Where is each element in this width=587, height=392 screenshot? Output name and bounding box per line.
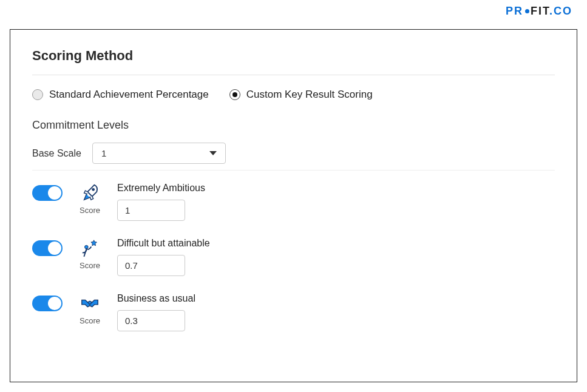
- option-standard-achievement[interactable]: Standard Achievement Percentage: [32, 89, 209, 101]
- toggle-knob-icon: [48, 186, 61, 200]
- commitment-level-row: Score Extremely Ambitious: [32, 183, 555, 221]
- level-toggle[interactable]: [32, 296, 63, 311]
- base-scale-label: Base Scale: [32, 148, 81, 159]
- option-label: Custom Key Result Scoring: [246, 89, 373, 101]
- level-icon-cell: Score: [76, 238, 104, 270]
- level-text: Business as usual: [117, 293, 195, 331]
- scoring-method-panel: Scoring Method Standard Achievement Perc…: [10, 29, 577, 382]
- reaching-star-icon: [79, 238, 101, 259]
- score-label: Score: [80, 316, 100, 325]
- scoring-method-options: Standard Achievement Percentage Custom K…: [32, 89, 555, 101]
- toggle-knob-icon: [48, 242, 61, 255]
- level-text: Difficult but attainable: [117, 238, 210, 276]
- toggle-knob-icon: [48, 297, 61, 310]
- score-input[interactable]: [117, 255, 185, 276]
- divider: [32, 75, 555, 75]
- rocket-icon: [79, 183, 101, 203]
- score-input[interactable]: [117, 200, 185, 221]
- level-title: Difficult but attainable: [117, 238, 210, 249]
- score-input[interactable]: [117, 310, 185, 331]
- option-label: Standard Achievement Percentage: [49, 89, 209, 101]
- level-toggle[interactable]: [32, 240, 63, 256]
- level-toggle[interactable]: [32, 185, 63, 201]
- svg-point-0: [92, 188, 95, 191]
- divider: [32, 170, 555, 171]
- handshake-icon: [79, 293, 101, 314]
- level-title: Extremely Ambitious: [117, 183, 205, 194]
- score-label: Score: [80, 206, 100, 215]
- chevron-down-icon: [209, 151, 217, 155]
- page-title: Scoring Method: [32, 48, 555, 64]
- option-custom-key-result[interactable]: Custom Key Result Scoring: [229, 89, 373, 101]
- level-icon-cell: Score: [76, 183, 104, 215]
- level-icon-cell: Score: [76, 293, 104, 325]
- commitment-level-row: Score Difficult but attainable: [32, 238, 555, 276]
- base-scale-row: Base Scale 1: [32, 143, 555, 164]
- brand-logo: PRFIT.CO: [506, 5, 572, 18]
- radio-unchecked-icon: [32, 89, 43, 100]
- commitment-levels-heading: Commitment Levels: [32, 119, 555, 132]
- level-text: Extremely Ambitious: [117, 183, 205, 221]
- commitment-level-row: Score Business as usual: [32, 293, 555, 331]
- score-label: Score: [80, 261, 100, 270]
- level-title: Business as usual: [117, 293, 195, 304]
- base-scale-select[interactable]: 1: [92, 143, 226, 164]
- radio-checked-icon: [229, 89, 240, 100]
- base-scale-value: 1: [101, 148, 106, 158]
